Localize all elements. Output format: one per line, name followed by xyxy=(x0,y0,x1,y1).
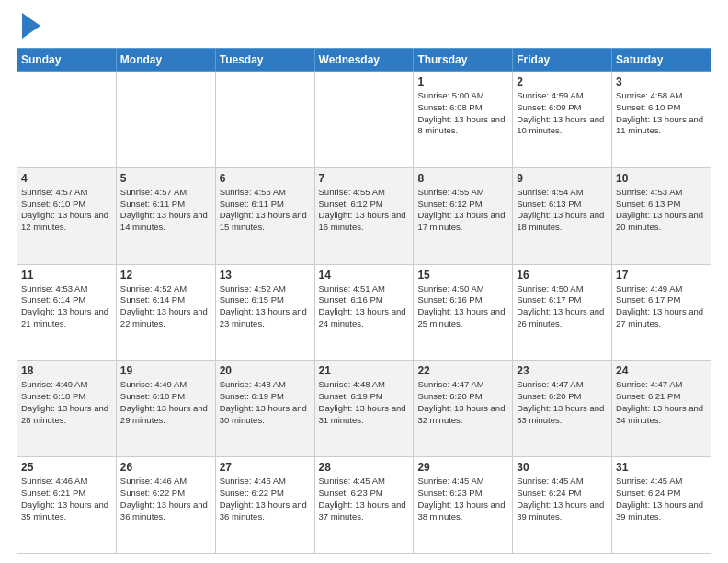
day-number: 21 xyxy=(319,364,410,377)
day-number: 6 xyxy=(220,172,311,185)
day-info: Sunrise: 5:00 AM Sunset: 6:08 PM Dayligh… xyxy=(417,90,508,137)
weekday-header: Sunday xyxy=(17,49,117,72)
day-info: Sunrise: 4:57 AM Sunset: 6:11 PM Dayligh… xyxy=(120,187,211,234)
day-info: Sunrise: 4:59 AM Sunset: 6:09 PM Dayligh… xyxy=(517,90,608,137)
day-number: 23 xyxy=(517,364,608,377)
calendar-cell: 22Sunrise: 4:47 AM Sunset: 6:20 PM Dayli… xyxy=(414,361,513,457)
calendar-cell: 23Sunrise: 4:47 AM Sunset: 6:20 PM Dayli… xyxy=(513,361,612,457)
calendar-cell: 9Sunrise: 4:54 AM Sunset: 6:13 PM Daylig… xyxy=(513,167,612,264)
calendar-week-row: 4Sunrise: 4:57 AM Sunset: 6:10 PM Daylig… xyxy=(17,167,711,264)
day-info: Sunrise: 4:46 AM Sunset: 6:22 PM Dayligh… xyxy=(220,476,311,523)
calendar-cell: 15Sunrise: 4:50 AM Sunset: 6:16 PM Dayli… xyxy=(414,264,513,361)
day-info: Sunrise: 4:52 AM Sunset: 6:14 PM Dayligh… xyxy=(120,283,211,330)
day-info: Sunrise: 4:53 AM Sunset: 6:14 PM Dayligh… xyxy=(21,283,112,330)
day-info: Sunrise: 4:45 AM Sunset: 6:24 PM Dayligh… xyxy=(517,476,608,523)
day-info: Sunrise: 4:49 AM Sunset: 6:18 PM Dayligh… xyxy=(21,379,112,426)
weekday-header: Thursday xyxy=(414,49,513,72)
day-info: Sunrise: 4:49 AM Sunset: 6:18 PM Dayligh… xyxy=(120,379,211,426)
day-number: 4 xyxy=(21,172,112,185)
calendar-cell: 6Sunrise: 4:56 AM Sunset: 6:11 PM Daylig… xyxy=(215,167,314,264)
calendar-week-row: 1Sunrise: 5:00 AM Sunset: 6:08 PM Daylig… xyxy=(17,72,711,168)
calendar-cell: 27Sunrise: 4:46 AM Sunset: 6:22 PM Dayli… xyxy=(215,457,314,554)
calendar-cell: 13Sunrise: 4:52 AM Sunset: 6:15 PM Dayli… xyxy=(215,264,314,361)
calendar-table: SundayMondayTuesdayWednesdayThursdayFrid… xyxy=(17,48,711,554)
weekday-header: Saturday xyxy=(612,49,711,72)
day-number: 29 xyxy=(417,461,508,474)
day-number: 2 xyxy=(517,75,608,88)
calendar-cell: 30Sunrise: 4:45 AM Sunset: 6:24 PM Dayli… xyxy=(513,457,612,554)
day-number: 16 xyxy=(517,269,608,282)
day-number: 17 xyxy=(616,269,707,282)
calendar-cell: 25Sunrise: 4:46 AM Sunset: 6:21 PM Dayli… xyxy=(17,457,117,554)
day-info: Sunrise: 4:55 AM Sunset: 6:12 PM Dayligh… xyxy=(417,187,508,234)
day-number: 20 xyxy=(220,364,311,377)
calendar-cell: 12Sunrise: 4:52 AM Sunset: 6:14 PM Dayli… xyxy=(116,264,215,361)
calendar-cell: 7Sunrise: 4:55 AM Sunset: 6:12 PM Daylig… xyxy=(314,167,414,264)
day-info: Sunrise: 4:45 AM Sunset: 6:23 PM Dayligh… xyxy=(319,476,410,523)
day-number: 18 xyxy=(21,364,112,377)
logo xyxy=(17,17,40,39)
day-number: 11 xyxy=(21,269,112,282)
calendar-cell: 1Sunrise: 5:00 AM Sunset: 6:08 PM Daylig… xyxy=(414,72,513,168)
day-number: 10 xyxy=(616,172,707,185)
day-info: Sunrise: 4:49 AM Sunset: 6:17 PM Dayligh… xyxy=(616,283,707,330)
calendar-cell xyxy=(17,72,117,168)
calendar-cell xyxy=(215,72,314,168)
day-number: 22 xyxy=(417,364,508,377)
calendar-cell: 16Sunrise: 4:50 AM Sunset: 6:17 PM Dayli… xyxy=(513,264,612,361)
calendar-cell: 10Sunrise: 4:53 AM Sunset: 6:13 PM Dayli… xyxy=(612,167,711,264)
day-info: Sunrise: 4:55 AM Sunset: 6:12 PM Dayligh… xyxy=(319,187,410,234)
day-info: Sunrise: 4:47 AM Sunset: 6:20 PM Dayligh… xyxy=(417,379,508,426)
calendar-cell: 26Sunrise: 4:46 AM Sunset: 6:22 PM Dayli… xyxy=(116,457,215,554)
calendar-cell: 24Sunrise: 4:47 AM Sunset: 6:21 PM Dayli… xyxy=(612,361,711,457)
day-info: Sunrise: 4:48 AM Sunset: 6:19 PM Dayligh… xyxy=(319,379,410,426)
day-number: 31 xyxy=(616,461,707,474)
calendar-cell: 8Sunrise: 4:55 AM Sunset: 6:12 PM Daylig… xyxy=(414,167,513,264)
day-number: 14 xyxy=(319,269,410,282)
calendar-cell: 19Sunrise: 4:49 AM Sunset: 6:18 PM Dayli… xyxy=(116,361,215,457)
weekday-header: Wednesday xyxy=(314,49,414,72)
day-info: Sunrise: 4:53 AM Sunset: 6:13 PM Dayligh… xyxy=(616,187,707,234)
day-info: Sunrise: 4:46 AM Sunset: 6:21 PM Dayligh… xyxy=(21,476,112,523)
calendar-cell xyxy=(116,72,215,168)
day-info: Sunrise: 4:45 AM Sunset: 6:24 PM Dayligh… xyxy=(616,476,707,523)
calendar-cell: 31Sunrise: 4:45 AM Sunset: 6:24 PM Dayli… xyxy=(612,457,711,554)
day-info: Sunrise: 4:51 AM Sunset: 6:16 PM Dayligh… xyxy=(319,283,410,330)
calendar-week-row: 11Sunrise: 4:53 AM Sunset: 6:14 PM Dayli… xyxy=(17,264,711,361)
day-number: 7 xyxy=(319,172,410,185)
calendar-cell: 2Sunrise: 4:59 AM Sunset: 6:09 PM Daylig… xyxy=(513,72,612,168)
day-number: 27 xyxy=(220,461,311,474)
header xyxy=(17,17,711,39)
weekday-header: Tuesday xyxy=(215,49,314,72)
day-info: Sunrise: 4:48 AM Sunset: 6:19 PM Dayligh… xyxy=(220,379,311,426)
day-number: 1 xyxy=(417,75,508,88)
day-number: 13 xyxy=(220,269,311,282)
calendar-cell: 17Sunrise: 4:49 AM Sunset: 6:17 PM Dayli… xyxy=(612,264,711,361)
calendar-cell: 21Sunrise: 4:48 AM Sunset: 6:19 PM Dayli… xyxy=(314,361,414,457)
calendar-cell: 28Sunrise: 4:45 AM Sunset: 6:23 PM Dayli… xyxy=(314,457,414,554)
calendar-cell: 29Sunrise: 4:45 AM Sunset: 6:23 PM Dayli… xyxy=(414,457,513,554)
logo-icon xyxy=(18,13,40,39)
calendar-cell: 14Sunrise: 4:51 AM Sunset: 6:16 PM Dayli… xyxy=(314,264,414,361)
day-info: Sunrise: 4:50 AM Sunset: 6:17 PM Dayligh… xyxy=(517,283,608,330)
day-info: Sunrise: 4:50 AM Sunset: 6:16 PM Dayligh… xyxy=(417,283,508,330)
day-number: 30 xyxy=(517,461,608,474)
day-number: 26 xyxy=(120,461,211,474)
day-number: 28 xyxy=(319,461,410,474)
day-number: 15 xyxy=(417,269,508,282)
day-info: Sunrise: 4:46 AM Sunset: 6:22 PM Dayligh… xyxy=(120,476,211,523)
calendar-cell: 3Sunrise: 4:58 AM Sunset: 6:10 PM Daylig… xyxy=(612,72,711,168)
page: SundayMondayTuesdayWednesdayThursdayFrid… xyxy=(0,0,728,563)
calendar-cell: 20Sunrise: 4:48 AM Sunset: 6:19 PM Dayli… xyxy=(215,361,314,457)
day-number: 9 xyxy=(517,172,608,185)
day-info: Sunrise: 4:45 AM Sunset: 6:23 PM Dayligh… xyxy=(417,476,508,523)
day-info: Sunrise: 4:54 AM Sunset: 6:13 PM Dayligh… xyxy=(517,187,608,234)
day-number: 5 xyxy=(120,172,211,185)
calendar-cell: 5Sunrise: 4:57 AM Sunset: 6:11 PM Daylig… xyxy=(116,167,215,264)
calendar-cell: 4Sunrise: 4:57 AM Sunset: 6:10 PM Daylig… xyxy=(17,167,117,264)
day-number: 12 xyxy=(120,269,211,282)
day-number: 8 xyxy=(417,172,508,185)
calendar-week-row: 25Sunrise: 4:46 AM Sunset: 6:21 PM Dayli… xyxy=(17,457,711,554)
svg-marker-0 xyxy=(22,13,40,39)
calendar-cell: 18Sunrise: 4:49 AM Sunset: 6:18 PM Dayli… xyxy=(17,361,117,457)
